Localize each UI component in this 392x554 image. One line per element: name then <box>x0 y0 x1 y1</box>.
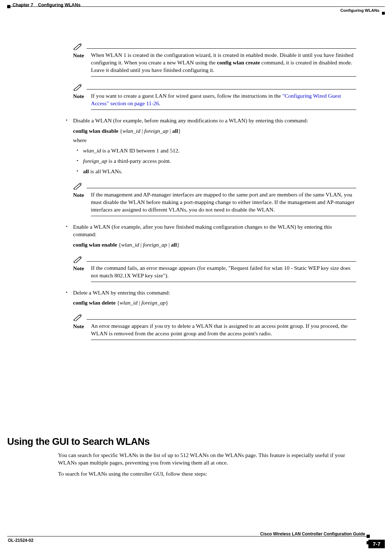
command-keyword: all <box>172 128 178 134</box>
note-block: Note When WLAN 1 is created in the confi… <box>73 43 356 77</box>
command-arg: wlan_id <box>120 300 137 306</box>
syntax-brace: { <box>116 300 120 306</box>
list-text: Disable a WLAN (for example, before maki… <box>73 117 308 123</box>
note-block: Note An error message appears if you try… <box>73 314 356 340</box>
command-arg: foreign_ap <box>141 300 165 306</box>
list-item: all is all WLANs. <box>75 168 356 175</box>
page-footer: Cisco Wireless LAN Controller Configurat… <box>7 533 385 547</box>
command-arg: wlan_id <box>121 242 139 248</box>
command-name: config wlan enable <box>73 242 117 248</box>
note-label: Note <box>73 52 91 59</box>
note-block: Note If the management and AP-manager in… <box>73 183 356 216</box>
syntax-pipe: | <box>167 242 171 248</box>
footer-rule <box>7 536 367 536</box>
syntax-brace: { <box>117 242 121 248</box>
note-rule <box>87 89 356 89</box>
body-content: Note When WLAN 1 is created in the confi… <box>64 36 356 347</box>
note-rule <box>91 340 356 340</box>
note-text: If you want to create a guest LAN for wi… <box>91 92 356 107</box>
note-label: Note <box>73 191 91 199</box>
command-line: config wlan delete {wlan_id | foreign_ap… <box>73 299 356 307</box>
note-pencil-icon <box>73 183 84 190</box>
note-rule <box>87 48 356 49</box>
note-pencil-icon <box>73 256 84 263</box>
note-rule <box>91 282 356 282</box>
note-label: Note <box>73 92 91 100</box>
note-block: Note If you want to create a guest LAN f… <box>73 84 356 110</box>
note-text: If the management and AP-manager interfa… <box>91 191 356 214</box>
list-item: wlan_id is a WLAN ID between 1 and 512. <box>75 147 356 155</box>
syntax-pipe: | <box>140 128 144 134</box>
note-pencil-icon <box>73 43 84 50</box>
syntax-brace: } <box>165 300 168 306</box>
command-arg: foreign_ap <box>83 158 107 164</box>
section-body: You can search for specific WLANs in the… <box>58 452 356 478</box>
footer-doc-id: OL-21524-02 <box>8 538 33 543</box>
command-arg: foreign_ap <box>144 128 168 134</box>
header-rule <box>7 6 385 7</box>
paragraph: To search for WLANs using the controller… <box>58 470 356 478</box>
command-line: config wlan disable {wlan_id | foreign_a… <box>73 127 356 135</box>
page-header: Chapter 7 Configuring WLANs Configuring … <box>0 0 392 14</box>
command-arg: foreign_ap <box>143 242 167 248</box>
note-label: Note <box>73 322 91 330</box>
list-text: Delete a WLAN by entering this command: <box>73 290 170 296</box>
decorative-tick <box>382 12 385 15</box>
command-name: config wlan delete <box>73 300 116 306</box>
command-line: config wlan enable {wlan_id | foreign_ap… <box>73 241 356 249</box>
note-text-fragment: If you want to create a guest LAN for wi… <box>91 93 282 99</box>
list-text: Enable a WLAN (for example, after you ha… <box>73 224 332 237</box>
syntax-pipe: | <box>168 128 172 134</box>
syntax-brace: { <box>118 128 122 134</box>
list-text: is a WLAN ID between 1 and 512. <box>101 147 180 154</box>
paragraph: You can search for specific WLANs in the… <box>58 452 356 467</box>
note-rule <box>87 319 356 320</box>
list-item: Enable a WLAN (for example, after you ha… <box>64 223 356 238</box>
decorative-tick <box>367 535 370 538</box>
page-number: 7-7 <box>368 540 385 548</box>
note-pencil-icon <box>73 84 84 91</box>
section-heading: Using the GUI to Search WLANs <box>7 435 150 448</box>
note-text: When WLAN 1 is created in the configurat… <box>91 52 356 74</box>
note-text-fragment: . <box>159 100 160 106</box>
list-item: foreign_ap is a third-party access point… <box>75 157 356 165</box>
note-rule <box>91 216 356 216</box>
command-keyword: all <box>171 242 177 248</box>
list-text: is a third-party access point. <box>107 158 171 164</box>
note-text: If the command fails, an error message a… <box>91 264 356 280</box>
where-clause: where <box>73 137 356 144</box>
list-text: is all WLANs. <box>89 168 122 174</box>
syntax-pipe: | <box>137 300 141 306</box>
header-section-name: Configuring WLANs <box>340 8 379 14</box>
note-pencil-icon <box>73 314 84 321</box>
note-label: Note <box>73 264 91 272</box>
syntax-brace: } <box>177 242 179 248</box>
syntax-pipe: | <box>139 242 143 248</box>
command-name: config wlan create <box>217 59 260 65</box>
note-text: An error message appears if you try to d… <box>91 322 356 337</box>
command-arg: wlan_id <box>83 147 101 154</box>
list-item: Delete a WLAN by entering this command: <box>64 289 356 297</box>
command-name: config wlan disable <box>73 128 118 134</box>
note-rule <box>87 261 356 262</box>
list-item: Disable a WLAN (for example, before maki… <box>64 117 356 125</box>
note-rule <box>87 188 356 188</box>
syntax-brace: } <box>178 128 180 134</box>
note-block: Note If the command fails, an error mess… <box>73 256 356 282</box>
note-rule <box>91 76 356 77</box>
command-keyword: all <box>83 168 89 174</box>
note-rule <box>91 110 356 110</box>
command-arg: wlan_id <box>122 128 140 134</box>
